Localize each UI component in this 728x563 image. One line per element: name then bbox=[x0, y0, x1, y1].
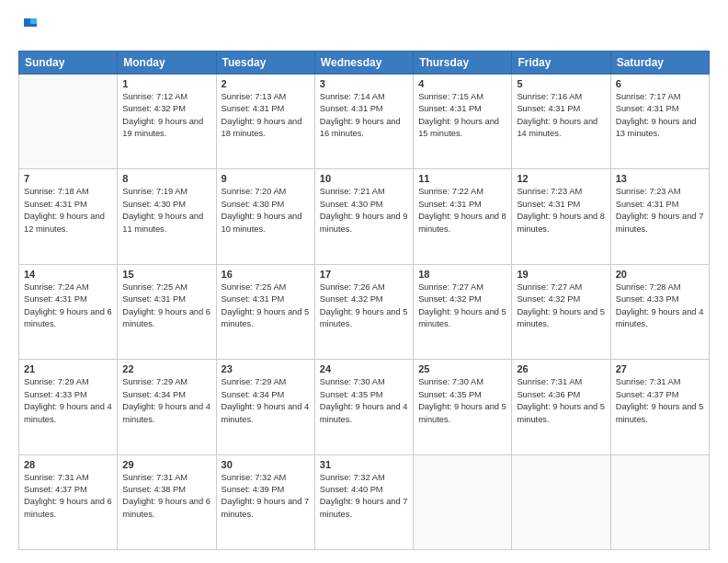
calendar-cell: 2Sunrise: 7:13 AMSunset: 4:31 PMDaylight… bbox=[216, 74, 314, 168]
calendar-cell: 31Sunrise: 7:32 AMSunset: 4:40 PMDayligh… bbox=[314, 454, 413, 549]
calendar-cell bbox=[19, 74, 118, 168]
day-number: 26 bbox=[517, 363, 605, 374]
calendar-cell: 11Sunrise: 7:22 AMSunset: 4:31 PMDayligh… bbox=[414, 169, 512, 264]
calendar-cell: 26Sunrise: 7:31 AMSunset: 4:36 PMDayligh… bbox=[512, 360, 610, 454]
calendar-day-header: Monday bbox=[118, 51, 216, 74]
day-info: Sunrise: 7:29 AMSunset: 4:33 PMDaylight:… bbox=[24, 376, 112, 426]
calendar-cell: 27Sunrise: 7:31 AMSunset: 4:37 PMDayligh… bbox=[610, 360, 709, 454]
day-number: 27 bbox=[616, 363, 704, 374]
calendar-cell: 1Sunrise: 7:12 AMSunset: 4:32 PMDaylight… bbox=[118, 74, 216, 168]
day-number: 29 bbox=[122, 459, 210, 470]
calendar-day-header: Saturday bbox=[610, 51, 709, 74]
calendar-cell: 3Sunrise: 7:14 AMSunset: 4:31 PMDaylight… bbox=[314, 74, 413, 168]
svg-marker-2 bbox=[30, 18, 37, 24]
day-info: Sunrise: 7:23 AMSunset: 4:31 PMDaylight:… bbox=[616, 186, 704, 236]
day-info: Sunrise: 7:24 AMSunset: 4:31 PMDaylight:… bbox=[24, 282, 112, 331]
calendar-cell: 19Sunrise: 7:27 AMSunset: 4:32 PMDayligh… bbox=[512, 264, 610, 359]
logo-flag-icon bbox=[20, 17, 40, 37]
calendar-cell: 29Sunrise: 7:31 AMSunset: 4:38 PMDayligh… bbox=[118, 454, 216, 549]
day-number: 31 bbox=[320, 459, 408, 470]
day-number: 10 bbox=[320, 173, 408, 184]
day-info: Sunrise: 7:19 AMSunset: 4:30 PMDaylight:… bbox=[122, 186, 210, 236]
calendar-cell: 8Sunrise: 7:19 AMSunset: 4:30 PMDaylight… bbox=[118, 169, 216, 264]
calendar-cell: 12Sunrise: 7:23 AMSunset: 4:31 PMDayligh… bbox=[512, 169, 610, 264]
day-number: 17 bbox=[320, 269, 408, 280]
calendar-cell bbox=[512, 454, 610, 549]
day-number: 30 bbox=[222, 459, 310, 470]
calendar-cell: 21Sunrise: 7:29 AMSunset: 4:33 PMDayligh… bbox=[19, 360, 118, 454]
calendar-cell: 16Sunrise: 7:25 AMSunset: 4:31 PMDayligh… bbox=[216, 264, 314, 359]
day-info: Sunrise: 7:26 AMSunset: 4:32 PMDaylight:… bbox=[320, 282, 408, 331]
day-number: 21 bbox=[24, 363, 112, 374]
day-info: Sunrise: 7:20 AMSunset: 4:30 PMDaylight:… bbox=[222, 186, 310, 236]
header bbox=[18, 17, 710, 41]
day-info: Sunrise: 7:31 AMSunset: 4:38 PMDaylight:… bbox=[122, 472, 210, 522]
day-number: 1 bbox=[122, 78, 210, 89]
day-number: 23 bbox=[222, 363, 310, 374]
calendar-cell: 22Sunrise: 7:29 AMSunset: 4:34 PMDayligh… bbox=[118, 360, 216, 454]
calendar-cell: 30Sunrise: 7:32 AMSunset: 4:39 PMDayligh… bbox=[216, 454, 314, 549]
day-number: 14 bbox=[24, 269, 112, 280]
calendar-header-row: SundayMondayTuesdayWednesdayThursdayFrid… bbox=[19, 51, 710, 74]
day-info: Sunrise: 7:22 AMSunset: 4:31 PMDaylight:… bbox=[418, 186, 506, 236]
day-number: 18 bbox=[418, 269, 506, 280]
calendar-day-header: Friday bbox=[512, 51, 610, 74]
day-info: Sunrise: 7:30 AMSunset: 4:35 PMDaylight:… bbox=[418, 376, 506, 426]
day-number: 15 bbox=[122, 269, 210, 280]
day-number: 2 bbox=[222, 78, 310, 89]
day-info: Sunrise: 7:16 AMSunset: 4:31 PMDaylight:… bbox=[517, 91, 605, 141]
day-info: Sunrise: 7:13 AMSunset: 4:31 PMDaylight:… bbox=[222, 91, 310, 141]
day-info: Sunrise: 7:31 AMSunset: 4:36 PMDaylight:… bbox=[517, 376, 605, 426]
day-info: Sunrise: 7:29 AMSunset: 4:34 PMDaylight:… bbox=[222, 376, 310, 426]
day-info: Sunrise: 7:15 AMSunset: 4:31 PMDaylight:… bbox=[418, 91, 506, 141]
calendar-cell: 6Sunrise: 7:17 AMSunset: 4:31 PMDaylight… bbox=[610, 74, 709, 168]
day-number: 4 bbox=[418, 78, 506, 89]
day-info: Sunrise: 7:27 AMSunset: 4:32 PMDaylight:… bbox=[418, 282, 506, 331]
day-info: Sunrise: 7:28 AMSunset: 4:33 PMDaylight:… bbox=[616, 282, 704, 331]
day-number: 22 bbox=[122, 363, 210, 374]
day-number: 24 bbox=[320, 363, 408, 374]
day-number: 6 bbox=[616, 78, 704, 89]
day-info: Sunrise: 7:12 AMSunset: 4:32 PMDaylight:… bbox=[122, 91, 210, 141]
calendar-cell: 10Sunrise: 7:21 AMSunset: 4:30 PMDayligh… bbox=[314, 169, 413, 264]
calendar-cell: 13Sunrise: 7:23 AMSunset: 4:31 PMDayligh… bbox=[610, 169, 709, 264]
day-number: 20 bbox=[616, 269, 704, 280]
day-number: 5 bbox=[517, 78, 605, 89]
day-number: 7 bbox=[24, 173, 112, 184]
day-info: Sunrise: 7:23 AMSunset: 4:31 PMDaylight:… bbox=[517, 186, 605, 236]
calendar-cell: 15Sunrise: 7:25 AMSunset: 4:31 PMDayligh… bbox=[118, 264, 216, 359]
day-info: Sunrise: 7:17 AMSunset: 4:31 PMDaylight:… bbox=[616, 91, 704, 141]
day-number: 25 bbox=[418, 363, 506, 374]
calendar-week-row: 14Sunrise: 7:24 AMSunset: 4:31 PMDayligh… bbox=[19, 264, 710, 359]
day-number: 28 bbox=[24, 459, 112, 470]
day-info: Sunrise: 7:18 AMSunset: 4:31 PMDaylight:… bbox=[24, 186, 112, 236]
day-info: Sunrise: 7:14 AMSunset: 4:31 PMDaylight:… bbox=[320, 91, 408, 141]
calendar-day-header: Sunday bbox=[19, 51, 118, 74]
calendar-day-header: Thursday bbox=[414, 51, 512, 74]
day-info: Sunrise: 7:30 AMSunset: 4:35 PMDaylight:… bbox=[320, 376, 408, 426]
day-info: Sunrise: 7:25 AMSunset: 4:31 PMDaylight:… bbox=[222, 282, 310, 331]
calendar-cell bbox=[610, 454, 709, 549]
calendar-week-row: 7Sunrise: 7:18 AMSunset: 4:31 PMDaylight… bbox=[19, 169, 710, 264]
calendar-cell: 14Sunrise: 7:24 AMSunset: 4:31 PMDayligh… bbox=[19, 264, 118, 359]
calendar-cell: 24Sunrise: 7:30 AMSunset: 4:35 PMDayligh… bbox=[314, 360, 413, 454]
day-info: Sunrise: 7:21 AMSunset: 4:30 PMDaylight:… bbox=[320, 186, 408, 236]
calendar-cell: 9Sunrise: 7:20 AMSunset: 4:30 PMDaylight… bbox=[216, 169, 314, 264]
day-number: 3 bbox=[320, 78, 408, 89]
calendar-cell: 25Sunrise: 7:30 AMSunset: 4:35 PMDayligh… bbox=[414, 360, 512, 454]
logo-text bbox=[18, 17, 40, 41]
day-info: Sunrise: 7:27 AMSunset: 4:32 PMDaylight:… bbox=[517, 282, 605, 331]
svg-marker-1 bbox=[24, 18, 30, 27]
calendar-cell: 4Sunrise: 7:15 AMSunset: 4:31 PMDaylight… bbox=[414, 74, 512, 168]
calendar-table: SundayMondayTuesdayWednesdayThursdayFrid… bbox=[18, 51, 710, 550]
day-info: Sunrise: 7:31 AMSunset: 4:37 PMDaylight:… bbox=[616, 376, 704, 426]
day-info: Sunrise: 7:32 AMSunset: 4:39 PMDaylight:… bbox=[222, 472, 310, 522]
day-info: Sunrise: 7:25 AMSunset: 4:31 PMDaylight:… bbox=[122, 282, 210, 331]
calendar-cell: 28Sunrise: 7:31 AMSunset: 4:37 PMDayligh… bbox=[19, 454, 118, 549]
calendar-cell: 23Sunrise: 7:29 AMSunset: 4:34 PMDayligh… bbox=[216, 360, 314, 454]
day-info: Sunrise: 7:32 AMSunset: 4:40 PMDaylight:… bbox=[320, 472, 408, 522]
day-number: 19 bbox=[517, 269, 605, 280]
day-number: 8 bbox=[122, 173, 210, 184]
calendar-cell: 18Sunrise: 7:27 AMSunset: 4:32 PMDayligh… bbox=[414, 264, 512, 359]
day-info: Sunrise: 7:31 AMSunset: 4:37 PMDaylight:… bbox=[24, 472, 112, 522]
